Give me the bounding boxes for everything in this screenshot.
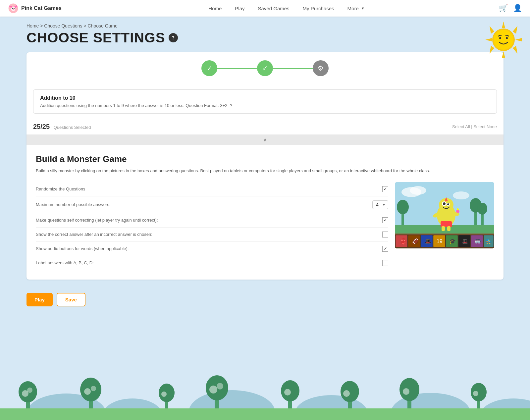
svg-text:🎩: 🎩 <box>462 238 468 244</box>
step-1: ✓ <box>201 60 217 76</box>
svg-point-72 <box>19 381 37 402</box>
nav-saved-games[interactable]: Saved Games <box>258 6 290 11</box>
svg-point-83 <box>206 375 228 400</box>
svg-point-23 <box>410 186 426 195</box>
svg-point-91 <box>343 390 350 397</box>
sun-decoration <box>484 20 523 60</box>
svg-point-43 <box>457 208 459 210</box>
svg-rect-98 <box>0 408 530 420</box>
svg-point-39 <box>447 203 449 205</box>
svg-point-24 <box>453 191 469 199</box>
main-content: Home > Choose Questions > Choose Game CH… <box>0 17 530 280</box>
checkbox-randomize[interactable] <box>382 186 388 192</box>
svg-point-67 <box>189 390 275 420</box>
nav-more[interactable]: More ▼ <box>347 6 365 11</box>
svg-text:🏈: 🏈 <box>412 238 419 244</box>
setting-control-self-correcting <box>382 217 388 223</box>
svg-marker-12 <box>515 38 522 41</box>
landscape <box>0 354 530 420</box>
save-button[interactable]: Save <box>57 293 85 306</box>
svg-point-20 <box>506 37 508 39</box>
setting-row-label-answers: Label answers with A, B, C, D: <box>36 256 388 270</box>
svg-point-18 <box>494 30 513 50</box>
svg-point-84 <box>209 386 217 394</box>
svg-point-3 <box>11 7 16 11</box>
checkbox-audio-buttons[interactable] <box>382 246 388 252</box>
cart-icon[interactable]: 🛒 <box>499 4 508 13</box>
svg-marker-15 <box>490 46 494 54</box>
svg-point-69 <box>391 393 470 420</box>
questions-count: 25/25 <box>33 123 52 130</box>
svg-rect-89 <box>348 394 352 413</box>
question-description: Addition questions using the numbers 1 t… <box>40 103 490 108</box>
play-button[interactable]: Play <box>26 293 53 306</box>
svg-text:🛼: 🛼 <box>486 239 492 244</box>
svg-point-90 <box>341 381 359 402</box>
questions-label: Questions Selected <box>54 125 91 130</box>
setting-row-self-correcting: Make questions self correcting (let play… <box>36 213 388 228</box>
select-all-link[interactable]: Select All <box>452 124 470 129</box>
settings-left: Randomize the Questions Maximum number o… <box>36 182 388 270</box>
svg-point-96 <box>471 383 487 401</box>
svg-point-37 <box>443 202 446 205</box>
svg-point-70 <box>480 398 530 420</box>
page-title-row: CHOOSE SETTINGS ? <box>26 30 504 46</box>
game-preview: 👙 🏈 🎩 19 🎓 🎩 🥽 🛼 <box>395 182 494 248</box>
svg-point-19 <box>499 37 501 39</box>
setting-label-max-answers: Maximum number of possible answers: <box>36 202 110 207</box>
svg-point-97 <box>473 391 478 396</box>
game-section: Build a Monster Game Build a silly monst… <box>26 145 504 280</box>
nav-links: Home Play Saved Games My Purchases More … <box>74 6 499 11</box>
page-title: CHOOSE SETTINGS <box>26 30 165 46</box>
collapse-bar[interactable]: ∨ <box>26 134 504 145</box>
svg-point-93 <box>399 378 419 401</box>
svg-text:19: 19 <box>437 238 443 244</box>
help-icon[interactable]: ? <box>169 33 178 42</box>
nav-my-purchases[interactable]: My Purchases <box>303 6 334 11</box>
account-icon[interactable]: 👤 <box>513 4 522 13</box>
setting-label-show-correct: Show the correct answer after an incorre… <box>36 232 152 237</box>
step-line-2 <box>273 68 313 69</box>
breadcrumb-choose-game[interactable]: Choose Game <box>87 23 117 28</box>
settings-grid: Randomize the Questions Maximum number o… <box>36 182 494 270</box>
svg-point-74 <box>27 388 32 393</box>
svg-marker-10 <box>502 51 505 58</box>
svg-rect-75 <box>89 392 93 415</box>
questions-bar: 25/25 Questions Selected Select All | Se… <box>26 119 504 134</box>
nav-home[interactable]: Home <box>208 6 222 11</box>
cat-logo-icon <box>8 3 19 14</box>
svg-text:🥽: 🥽 <box>474 238 481 244</box>
svg-rect-71 <box>26 394 30 413</box>
main-card: ✓ ✓ ⚙ Addition to 10 Addition questions … <box>26 52 504 280</box>
svg-point-26 <box>397 200 409 214</box>
select-wrapper-max-answers: 2 3 4 5 6 <box>372 200 388 209</box>
nav-play[interactable]: Play <box>235 6 244 11</box>
select-max-answers[interactable]: 2 3 4 5 6 <box>372 200 388 209</box>
select-links: Select All | Select None <box>452 124 497 129</box>
setting-row-show-correct: Show the correct answer after an incorre… <box>36 228 388 242</box>
svg-rect-45 <box>442 226 445 231</box>
question-section: Addition to 10 Addition questions using … <box>33 89 497 114</box>
setting-control-audio-buttons <box>382 246 388 252</box>
game-preview-svg: 👙 🏈 🎩 19 🎓 🎩 🥽 🛼 <box>395 182 494 248</box>
select-none-link[interactable]: Select None <box>473 124 497 129</box>
svg-point-30 <box>477 203 487 215</box>
svg-point-4 <box>12 8 13 9</box>
breadcrumb-choose-questions[interactable]: Choose Questions <box>44 23 82 28</box>
brand-name: Pink Cat Games <box>21 5 62 11</box>
svg-point-81 <box>161 392 167 397</box>
svg-point-94 <box>403 388 409 395</box>
chevron-down-icon: ∨ <box>263 136 267 143</box>
checkbox-self-correcting[interactable] <box>382 217 388 223</box>
footer-buttons: Play Save <box>0 286 530 313</box>
breadcrumb-home[interactable]: Home <box>26 23 39 28</box>
svg-point-73 <box>22 390 28 397</box>
game-title: Build a Monster Game <box>36 154 494 164</box>
svg-marker-9 <box>502 22 505 28</box>
svg-point-80 <box>159 384 175 402</box>
svg-point-76 <box>80 378 101 401</box>
checkbox-show-correct[interactable] <box>382 232 388 237</box>
checkbox-label-answers[interactable] <box>382 260 388 266</box>
step-line-1 <box>217 68 257 69</box>
svg-point-65 <box>26 394 106 420</box>
